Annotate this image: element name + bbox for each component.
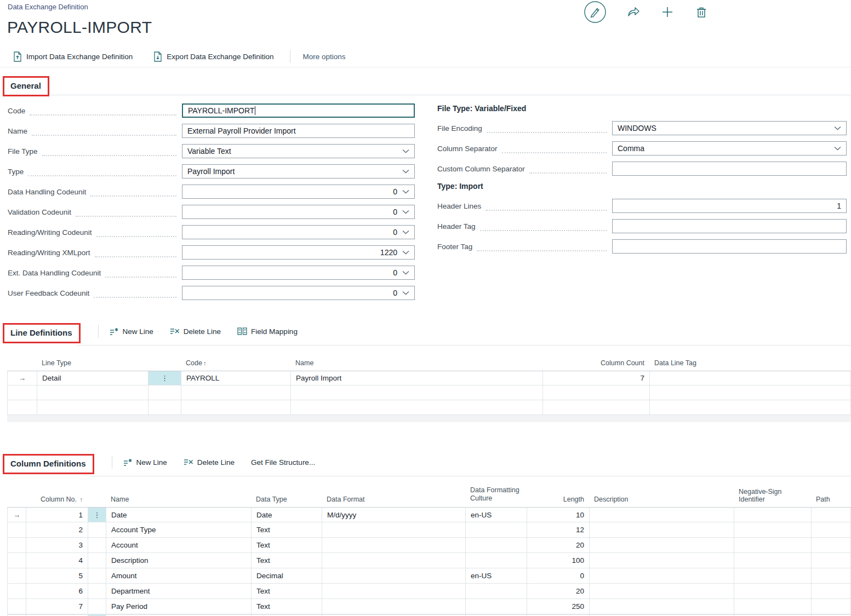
data-type-cell[interactable]: Text (252, 584, 322, 598)
chevron-down-icon[interactable] (402, 210, 409, 214)
line-type-column-header[interactable]: Line Type (37, 359, 148, 371)
footer-tag-input[interactable] (612, 239, 847, 254)
length-cell[interactable]: 100 (527, 553, 590, 568)
column-count-column-header[interactable]: Column Count (542, 359, 649, 371)
column-no-cell[interactable]: 1 (26, 508, 88, 522)
culture-cell[interactable] (466, 553, 527, 568)
header-lines-input[interactable]: 1 (612, 199, 847, 213)
data-type-cell[interactable]: Text (252, 553, 322, 568)
path-cell[interactable] (812, 599, 851, 614)
column-no-cell[interactable]: 3 (26, 538, 88, 552)
length-cell[interactable]: 0 (527, 568, 590, 583)
length-cell[interactable]: 12 (527, 522, 590, 537)
data-type-cell[interactable]: Decimal (252, 568, 322, 583)
description-cell[interactable] (590, 508, 734, 522)
culture-cell[interactable]: en-US (466, 508, 527, 522)
negative-sign-cell[interactable] (734, 568, 812, 583)
path-cell[interactable] (812, 553, 851, 568)
data-format-cell[interactable] (322, 553, 466, 568)
name-cell[interactable]: Date (106, 508, 252, 522)
data-formatting-culture-column-header[interactable]: Data Formatting Culture (465, 486, 527, 507)
validation-codeunit-input[interactable]: 0 (182, 205, 415, 219)
breadcrumb[interactable]: Data Exchange Definition (8, 3, 88, 11)
line-type-cell[interactable]: Detail (37, 371, 149, 385)
length-cell[interactable]: 250 (527, 599, 590, 614)
data-line-tag-column-header[interactable]: Data Line Tag (649, 359, 851, 371)
name-column-header[interactable]: Name (106, 496, 251, 507)
row-menu-icon[interactable] (88, 553, 106, 568)
line-definitions-section-title[interactable]: Line Definitions (3, 323, 81, 343)
data-format-column-header[interactable]: Data Format (322, 496, 465, 507)
data-format-cell[interactable] (322, 522, 466, 537)
line-definition-empty-row[interactable] (7, 385, 851, 400)
description-cell[interactable] (590, 522, 734, 537)
code-cell[interactable]: PAYROLL (181, 371, 291, 385)
chevron-down-icon[interactable] (402, 270, 409, 275)
column-no-cell[interactable]: 6 (26, 584, 88, 598)
column-definitions-new-line-button[interactable]: New Line (123, 458, 167, 467)
row-menu-icon[interactable]: ⋮ (88, 508, 106, 522)
column-no-cell[interactable]: 4 (26, 553, 88, 568)
description-cell[interactable] (590, 538, 734, 552)
user-feedback-codeunit-input[interactable]: 0 (182, 286, 415, 300)
path-cell[interactable] (812, 538, 851, 552)
chevron-down-icon[interactable] (402, 230, 409, 234)
negative-sign-cell[interactable] (734, 538, 812, 552)
add-icon[interactable] (660, 5, 675, 19)
negative-sign-cell[interactable] (734, 584, 812, 598)
culture-cell[interactable] (466, 599, 527, 614)
description-cell[interactable] (590, 599, 734, 614)
data-type-cell[interactable]: Text (252, 538, 322, 552)
path-cell[interactable] (812, 522, 851, 537)
data-type-cell[interactable]: Date (252, 508, 322, 522)
data-format-cell[interactable] (322, 538, 466, 552)
description-column-header[interactable]: Description (589, 496, 734, 507)
chevron-down-icon[interactable] (402, 250, 409, 255)
ext-data-handling-codeunit-input[interactable]: 0 (182, 266, 415, 280)
negative-sign-cell[interactable] (734, 508, 812, 522)
column-count-cell[interactable]: 7 (543, 371, 650, 385)
length-cell[interactable]: 20 (527, 538, 590, 552)
reading-writing-xmlport-input[interactable]: 1220 (182, 245, 415, 260)
export-data-exchange-definition-button[interactable]: Export Data Exchange Definition (153, 51, 273, 62)
data-type-cell[interactable]: Text (252, 599, 322, 614)
import-data-exchange-definition-button[interactable]: Import Data Exchange Definition (13, 51, 133, 62)
line-definitions-new-line-button[interactable]: New Line (110, 327, 153, 336)
column-no-cell[interactable]: 2 (26, 522, 88, 537)
type-select[interactable]: Payroll Import (182, 164, 415, 179)
path-cell[interactable] (812, 568, 851, 583)
negative-sign-cell[interactable] (734, 599, 812, 614)
code-column-header[interactable]: Code↑ (181, 359, 290, 371)
share-icon[interactable] (626, 5, 641, 19)
length-cell[interactable]: 10 (527, 508, 590, 522)
column-no-cell[interactable]: 5 (26, 568, 88, 583)
description-cell[interactable] (590, 584, 734, 598)
chevron-down-icon[interactable] (402, 169, 409, 174)
negative-sign-cell[interactable] (734, 553, 812, 568)
name-cell[interactable]: Account Type (106, 522, 252, 537)
name-column-header[interactable]: Name (290, 359, 542, 371)
culture-cell[interactable]: en-US (466, 568, 527, 583)
negative-sign-identifier-column-header[interactable]: Negative-Sign Identifier (734, 488, 811, 507)
more-options-button[interactable]: More options (302, 53, 345, 61)
line-definitions-delete-line-button[interactable]: Delete Line (170, 327, 221, 336)
length-column-header[interactable]: Length (527, 496, 589, 507)
code-input[interactable]: PAYROLL-IMPORT (182, 103, 415, 118)
chevron-down-icon[interactable] (402, 189, 409, 194)
custom-column-separator-input[interactable] (612, 162, 847, 176)
name-cell[interactable]: Pay Period (106, 599, 252, 614)
column-definitions-delete-line-button[interactable]: Delete Line (184, 458, 235, 467)
culture-cell[interactable] (466, 584, 527, 598)
data-format-cell[interactable] (322, 599, 466, 614)
header-tag-input[interactable] (612, 219, 847, 233)
column-separator-select[interactable]: Comma (612, 141, 847, 156)
file-encoding-select[interactable]: WINDOWS (612, 121, 847, 135)
row-menu-icon[interactable] (88, 599, 106, 614)
path-column-header[interactable]: Path (811, 496, 851, 507)
file-type-select[interactable]: Variable Text (182, 144, 415, 158)
data-type-cell[interactable]: Text (252, 522, 322, 537)
field-mapping-button[interactable]: Field Mapping (237, 327, 298, 336)
edit-icon[interactable] (583, 0, 607, 24)
description-cell[interactable] (590, 568, 734, 583)
get-file-structure-button[interactable]: Get File Structure... (251, 458, 315, 467)
